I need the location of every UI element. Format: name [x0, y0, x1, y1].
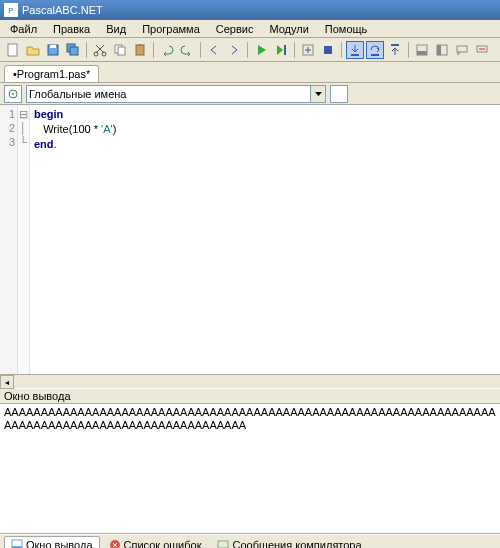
svg-rect-9	[136, 45, 144, 55]
toggle-output-button[interactable]	[413, 41, 431, 59]
run-no-debug-button[interactable]	[272, 41, 290, 59]
bottom-tabbar: Окно вывода Список ошибок Сообщения комп…	[0, 534, 500, 548]
nav-back-button[interactable]	[205, 41, 223, 59]
step-over-button[interactable]	[366, 41, 384, 59]
svg-point-24	[12, 93, 14, 95]
scope-combo[interactable]: Глобальные имена	[26, 85, 326, 103]
nav-forward-button[interactable]	[225, 41, 243, 59]
tab-errors[interactable]: Список ошибок	[102, 536, 209, 549]
toggle-bookmark-button[interactable]	[433, 41, 451, 59]
save-button[interactable]	[44, 41, 62, 59]
svg-rect-4	[70, 47, 78, 55]
tab-compiler-messages[interactable]: Сообщения компилятора	[210, 536, 368, 549]
menu-modules[interactable]: Модули	[261, 21, 316, 37]
stop-button[interactable]	[319, 41, 337, 59]
toolbar-separator	[247, 42, 248, 58]
new-file-button[interactable]	[4, 41, 22, 59]
svg-rect-18	[417, 51, 427, 55]
menu-file[interactable]: Файл	[2, 21, 45, 37]
toolbar-separator	[200, 42, 201, 58]
app-icon: P	[4, 3, 18, 17]
svg-rect-2	[50, 45, 56, 48]
uncomment-button[interactable]	[473, 41, 491, 59]
file-tab[interactable]: •Program1.pas*	[4, 65, 99, 82]
menu-help[interactable]: Помощь	[317, 21, 376, 37]
scroll-left-arrow[interactable]: ◄	[0, 375, 14, 389]
menu-service[interactable]: Сервис	[208, 21, 262, 37]
tab-output[interactable]: Окно вывода	[4, 536, 100, 549]
compile-button[interactable]	[299, 41, 317, 59]
run-button[interactable]	[252, 41, 270, 59]
step-into-button[interactable]	[346, 41, 364, 59]
save-all-button[interactable]	[64, 41, 82, 59]
output-panel-body[interactable]: AAAAAAAAAAAAAAAAAAAAAAAAAAAAAAAAAAAAAAAA…	[0, 404, 500, 534]
comment-button[interactable]	[453, 41, 471, 59]
line-number-gutter: 1 2 3	[0, 105, 18, 374]
svg-rect-15	[371, 54, 379, 56]
scope-icon[interactable]	[4, 85, 22, 103]
toolbar-separator	[153, 42, 154, 58]
message-icon	[217, 539, 229, 549]
error-icon	[109, 539, 121, 549]
svg-rect-20	[437, 45, 441, 55]
toolbar-separator	[86, 42, 87, 58]
svg-rect-10	[138, 44, 142, 46]
svg-rect-21	[457, 46, 467, 52]
cut-button[interactable]	[91, 41, 109, 59]
chevron-down-icon[interactable]	[310, 86, 325, 102]
window-title: PascalABC.NET	[22, 4, 103, 16]
menu-view[interactable]: Вид	[98, 21, 134, 37]
code-editor[interactable]: 1 2 3 ⊟ │ └ begin Write(100 * 'A') end.	[0, 104, 500, 374]
redo-button[interactable]	[178, 41, 196, 59]
member-combo[interactable]	[330, 85, 348, 103]
menu-program[interactable]: Программа	[134, 21, 208, 37]
svg-rect-0	[8, 44, 17, 56]
output-text: AAAAAAAAAAAAAAAAAAAAAAAAAAAAAAAAAAAAAAAA…	[4, 406, 496, 431]
output-panel-header: Окно вывода	[0, 388, 500, 404]
menubar: Файл Правка Вид Программа Сервис Модули …	[0, 20, 500, 38]
undo-button[interactable]	[158, 41, 176, 59]
svg-rect-11	[284, 45, 286, 55]
toolbar	[0, 38, 500, 62]
scope-combo-label: Глобальные имена	[29, 88, 127, 100]
code-area[interactable]: begin Write(100 * 'A') end.	[30, 105, 500, 374]
paste-button[interactable]	[131, 41, 149, 59]
code-navigator-bar: Глобальные имена	[0, 82, 500, 104]
open-file-button[interactable]	[24, 41, 42, 59]
toolbar-separator	[294, 42, 295, 58]
fold-gutter[interactable]: ⊟ │ └	[18, 105, 30, 374]
step-out-button[interactable]	[386, 41, 404, 59]
file-tabbar: •Program1.pas*	[0, 62, 500, 82]
svg-point-27	[110, 540, 120, 549]
svg-rect-28	[218, 541, 228, 548]
output-panel-title: Окно вывода	[4, 390, 71, 402]
svg-rect-14	[351, 54, 359, 56]
output-icon	[11, 539, 23, 549]
titlebar: P PascalABC.NET	[0, 0, 500, 20]
menu-edit[interactable]: Правка	[45, 21, 98, 37]
svg-rect-8	[118, 47, 125, 55]
copy-button[interactable]	[111, 41, 129, 59]
svg-rect-13	[324, 46, 332, 54]
horizontal-scrollbar[interactable]: ◄	[0, 374, 500, 388]
toolbar-separator	[408, 42, 409, 58]
toolbar-separator	[341, 42, 342, 58]
svg-rect-16	[391, 44, 399, 46]
